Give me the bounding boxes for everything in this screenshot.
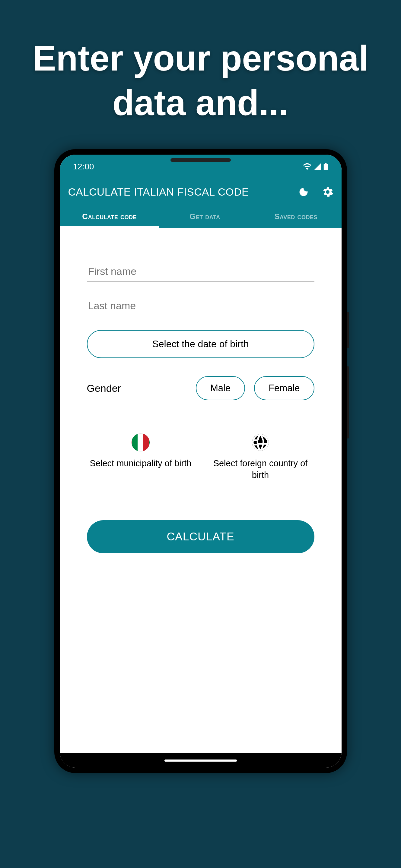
globe-icon [251,433,269,452]
first-name-field[interactable] [87,261,314,282]
municipality-option[interactable]: Select municipality of birth [87,433,195,481]
wifi-icon [303,163,311,170]
promo-heading: Enter your personal data and... [0,0,401,149]
gear-icon[interactable] [322,187,333,197]
gender-female-button[interactable]: Female [254,376,314,400]
battery-icon [323,163,328,170]
status-time: 12:00 [73,162,94,172]
municipality-label: Select municipality of birth [90,458,192,469]
phone-mockup: 12:00 CALCULATE ITALIAN FISCAL CODE Calc… [54,149,347,773]
form-content: Select the date of birth Gender Male Fem… [60,228,342,753]
status-bar: 12:00 [60,155,342,179]
signal-icon [314,163,321,170]
app-title: CALCULATE ITALIAN FISCAL CODE [68,186,249,198]
last-name-field[interactable] [87,296,314,316]
gender-label: Gender [87,382,187,394]
italy-flag-icon [132,433,150,452]
tab-saved-codes[interactable]: Saved codes [251,205,342,228]
app-header: CALCULATE ITALIAN FISCAL CODE [60,179,342,205]
foreign-country-label: Select foreign country of birth [207,458,314,481]
foreign-country-option[interactable]: Select foreign country of birth [207,433,314,481]
tab-bar: Calculate code Get data Saved codes [60,205,342,228]
gender-male-button[interactable]: Male [196,376,245,400]
tab-get-data[interactable]: Get data [159,205,251,228]
tab-calculate-code[interactable]: Calculate code [60,205,159,228]
phone-screen: 12:00 CALCULATE ITALIAN FISCAL CODE Calc… [60,155,342,768]
nav-handle[interactable] [165,760,237,762]
android-nav-bar [60,753,342,768]
date-of-birth-button[interactable]: Select the date of birth [87,330,314,358]
moon-icon[interactable] [298,187,309,197]
calculate-button[interactable]: CALCULATE [87,520,314,553]
